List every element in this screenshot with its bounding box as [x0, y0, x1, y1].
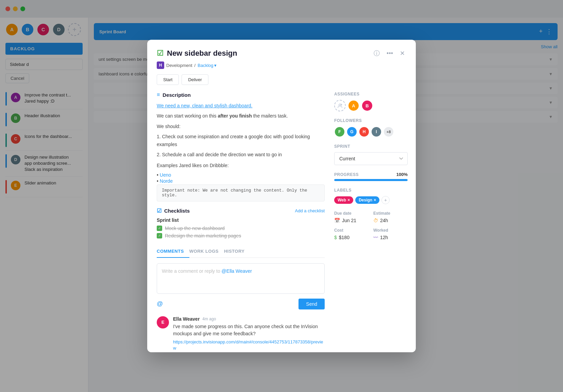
- assignee-avatar-2: B: [361, 100, 373, 111]
- modal-header: ☑ New sidebar design ⓘ ••• ✕ H Developme…: [147, 40, 416, 92]
- start-button[interactable]: Start: [157, 74, 179, 85]
- breadcrumb-separator: /: [194, 63, 196, 68]
- sprint-label: Sprint: [334, 144, 408, 149]
- comment-mention: @Ella Weaver: [222, 268, 252, 274]
- followers-row: F G H I +8: [334, 126, 408, 137]
- comment-author-1: Ella Weaver: [173, 316, 200, 322]
- tab-history[interactable]: HISTORY: [224, 245, 250, 258]
- dollar-icon: $: [334, 235, 337, 240]
- modal-overlay: ☑ New sidebar design ⓘ ••• ✕ H Developme…: [0, 0, 563, 392]
- due-date-label: Due date: [334, 211, 369, 216]
- calendar-icon: 📅: [334, 218, 340, 223]
- followers-section: Followers F G H I +8: [334, 118, 408, 137]
- checklist-item-1: ✓ Mock up the new dashboard: [157, 226, 325, 231]
- comment-input-box[interactable]: Write a comment or reply to @Ella Weaver: [157, 263, 325, 294]
- clock-icon: ⏱: [373, 218, 378, 223]
- sprint-list-name: Sprint list: [157, 217, 325, 223]
- label-web-remove[interactable]: ×: [347, 198, 350, 202]
- comment-avatar-ella: E: [157, 316, 169, 328]
- we-should-list: 1. Check out some inspiration and create…: [157, 133, 325, 158]
- modal-main-content: ≡ Description We need a new, clean and s…: [147, 92, 334, 352]
- tab-comments[interactable]: COMMENTS: [157, 245, 189, 258]
- due-estimate-section: Due date 📅 Jun 21 Estimate ⏱ 24h: [334, 211, 408, 240]
- task-check-icon: ☑: [157, 49, 164, 58]
- modal-right-sidebar: Assignees A B Foll: [334, 92, 416, 352]
- dribbble-links: Ueno Norde: [157, 172, 325, 184]
- deliver-button[interactable]: Deliver: [182, 74, 208, 85]
- comment-time-1: 4m ago: [202, 317, 216, 321]
- progress-row: Progress 100%: [334, 172, 408, 177]
- breadcrumb: H Development / Backlog ▾: [157, 61, 406, 69]
- progress-section: Progress 100%: [334, 172, 408, 181]
- examples-title: Examples Jared likes on Dribbble:: [157, 162, 325, 169]
- cost-item: Cost $ $180: [334, 228, 369, 240]
- assignees-label: Assignees: [334, 92, 408, 96]
- checkbox-done[interactable]: ✓: [157, 233, 162, 238]
- comment-text-1: I've made some progress on this. Can any…: [173, 323, 325, 337]
- sprint-section: Sprint Current: [334, 144, 408, 165]
- worked-value: 〰 12h: [373, 235, 408, 240]
- follower-avatar-1: F: [334, 126, 345, 137]
- cost-label: Cost: [334, 228, 369, 233]
- progress-label: Progress: [334, 172, 359, 177]
- label-design-remove[interactable]: ×: [374, 198, 376, 202]
- list-item-1: 1. Check out some inspiration and create…: [157, 133, 325, 148]
- estimate-value: ⏱ 24h: [373, 218, 408, 223]
- worked-item: Worked 〰 12h: [373, 228, 408, 240]
- followers-label: Followers: [334, 118, 408, 123]
- follower-avatar-3: H: [359, 126, 370, 137]
- due-date-item: Due date 📅 Jun 21: [334, 211, 369, 223]
- tab-worklogs[interactable]: WORK LOGS: [189, 245, 224, 258]
- modal-body: ≡ Description We need a new, clean and s…: [147, 92, 416, 352]
- checklist-item-text: Mock up the new dashboard: [165, 226, 225, 231]
- project-badge: H: [157, 61, 164, 69]
- progress-bar: [334, 179, 408, 181]
- list-item-2: 2. Schedule a call and decide the direct…: [157, 151, 325, 158]
- send-button[interactable]: Send: [298, 299, 325, 309]
- progress-value: 100%: [396, 172, 408, 177]
- label-design[interactable]: Design ×: [355, 196, 379, 204]
- label-web[interactable]: Web ×: [334, 196, 353, 204]
- comment-item-1: E Ella Weaver 4m ago I've made some prog…: [157, 316, 325, 351]
- add-checklist-link[interactable]: Add a checklist: [295, 208, 325, 213]
- dashboard-link[interactable]: We need a new, clean and stylish dashboa…: [157, 103, 252, 108]
- help-button[interactable]: ⓘ: [372, 48, 381, 59]
- checklist-header: ☑ Checklists Add a checklist: [157, 208, 325, 214]
- assignees-row: A B: [334, 100, 408, 111]
- modal-actions: ⓘ ••• ✕: [372, 48, 406, 59]
- follower-avatar-2: G: [346, 126, 357, 137]
- we-should-label: We should:: [157, 123, 325, 130]
- comment-placeholder-text: Write a comment or reply to: [162, 268, 222, 274]
- estimate-item: Estimate ⏱ 24h: [373, 211, 408, 223]
- tabs-row: COMMENTS WORK LOGS HISTORY: [157, 245, 325, 258]
- task-modal: ☑ New sidebar design ⓘ ••• ✕ H Developme…: [147, 40, 416, 352]
- svg-point-0: [339, 104, 341, 106]
- comment-actions: @ Send: [157, 299, 325, 309]
- description-paragraph1: We can start working on this after you f…: [157, 112, 325, 120]
- add-assignee-button[interactable]: [334, 100, 346, 111]
- meta-grid: Due date 📅 Jun 21 Estimate ⏱ 24h: [334, 211, 408, 240]
- modal-title: ☑ New sidebar design: [157, 49, 237, 58]
- due-date-value: 📅 Jun 21: [334, 218, 369, 223]
- comment-body-1: Ella Weaver 4m ago I've made some progre…: [173, 316, 325, 351]
- breadcrumb-section-link[interactable]: Backlog ▾: [198, 63, 217, 68]
- important-note: Important note: We are not changing the …: [157, 184, 325, 201]
- more-options-button[interactable]: •••: [385, 49, 394, 58]
- follower-avatar-4: I: [371, 126, 382, 137]
- checklist-icon: ☑: [157, 208, 161, 214]
- description-section-title: ≡ Description: [157, 92, 325, 98]
- close-button[interactable]: ✕: [398, 48, 406, 58]
- checkbox-done[interactable]: ✓: [157, 226, 162, 231]
- followers-more-badge: +8: [383, 126, 394, 137]
- ueno-link[interactable]: Ueno: [157, 172, 325, 178]
- invision-link[interactable]: https://projects.invisionapp.com/d/main#…: [173, 339, 323, 351]
- at-mention-icon[interactable]: @: [157, 300, 163, 307]
- sprint-select[interactable]: Current: [334, 152, 408, 165]
- checklists-section-title: ☑ Checklists: [157, 208, 190, 214]
- add-label-button[interactable]: +: [381, 196, 390, 204]
- assignee-avatar-1: A: [348, 100, 359, 111]
- cost-value: $ $180: [334, 235, 369, 240]
- progress-bar-fill: [334, 179, 408, 181]
- description-icon: ≡: [157, 92, 160, 98]
- norde-link[interactable]: Norde: [157, 178, 325, 184]
